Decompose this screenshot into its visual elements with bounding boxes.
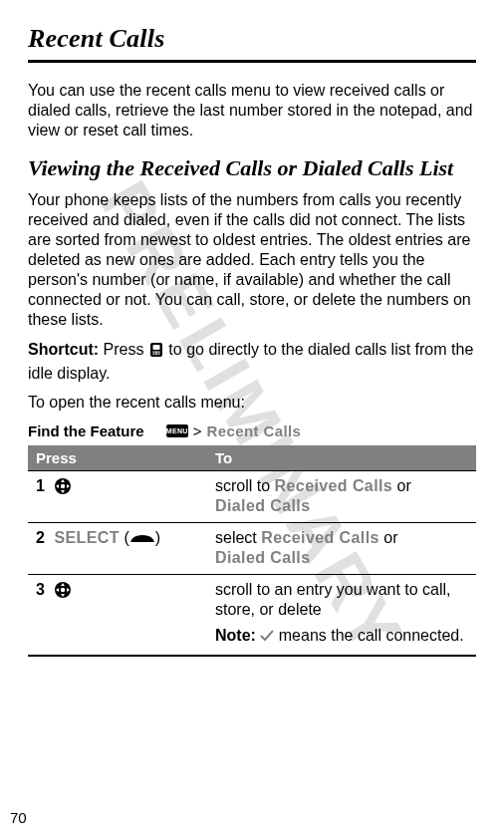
paren-close: ) bbox=[155, 529, 160, 546]
table-bottom-rule bbox=[28, 655, 476, 657]
note-after: means the call connected. bbox=[274, 627, 463, 644]
svg-rect-6 bbox=[155, 354, 157, 355]
softkey-icon bbox=[129, 529, 155, 549]
title-divider bbox=[28, 60, 476, 63]
to-join: or bbox=[392, 477, 411, 494]
step-number: 1 bbox=[36, 476, 50, 496]
svg-point-9 bbox=[61, 484, 65, 488]
step-number: 2 bbox=[36, 528, 50, 548]
find-feature-row: Find the Feature MENU > Recent Calls bbox=[28, 422, 476, 439]
press-cell: 3 bbox=[28, 574, 207, 626]
select-label: SELECT bbox=[54, 529, 120, 546]
menu-key-icon: MENU bbox=[166, 424, 188, 437]
find-feature-label: Find the Feature bbox=[28, 422, 144, 439]
svg-rect-4 bbox=[157, 352, 159, 353]
note-label: Note: bbox=[215, 627, 256, 644]
to-option-1: Received Calls bbox=[275, 477, 393, 494]
section-heading: Viewing the Received Calls or Dialed Cal… bbox=[28, 156, 476, 180]
shortcut-before: Press bbox=[99, 341, 148, 358]
four-way-nav-icon bbox=[54, 581, 72, 604]
to-join: or bbox=[379, 529, 398, 546]
to-option-2: Dialed Calls bbox=[215, 497, 311, 514]
intro-paragraph: You can use the recent calls menu to vie… bbox=[28, 81, 476, 140]
empty-cell bbox=[28, 626, 207, 653]
table-row: 2 SELECT () select Received Calls or Dia… bbox=[28, 522, 476, 574]
to-cell: scroll to an entry you want to call, sto… bbox=[207, 574, 476, 626]
to-prefix: scroll to bbox=[215, 477, 275, 494]
table-header-to: To bbox=[207, 445, 476, 471]
to-cell: scroll to Received Calls or Dialed Calls bbox=[207, 470, 476, 522]
svg-point-15 bbox=[61, 588, 65, 592]
press-cell: 2 SELECT () bbox=[28, 522, 207, 574]
svg-rect-2 bbox=[152, 352, 154, 353]
find-feature-path: MENU > Recent Calls bbox=[166, 422, 302, 439]
table-header-press: Press bbox=[28, 445, 207, 471]
to-prefix: select bbox=[215, 529, 261, 546]
svg-rect-3 bbox=[155, 352, 157, 353]
table-row: 1 scroll to Received Calls or Dialed Cal… bbox=[28, 470, 476, 522]
paren-open: ( bbox=[120, 529, 129, 546]
check-icon bbox=[260, 627, 274, 647]
page-title: Recent Calls bbox=[28, 24, 476, 54]
svg-rect-7 bbox=[157, 354, 159, 355]
four-way-nav-icon bbox=[54, 477, 72, 500]
open-menu-line: To open the recent calls menu: bbox=[28, 393, 476, 413]
find-feature-sep: > bbox=[193, 422, 202, 439]
send-key-icon bbox=[148, 342, 164, 364]
find-feature-target: Recent Calls bbox=[206, 422, 301, 439]
to-cell: select Received Calls or Dialed Calls bbox=[207, 522, 476, 574]
instructions-table: Press To 1 scroll to Received Calls or D… bbox=[28, 445, 476, 653]
table-note-row: Note: means the call connected. bbox=[28, 626, 476, 653]
table-header-row: Press To bbox=[28, 445, 476, 471]
shortcut-paragraph: Shortcut: Press to go directly to the di… bbox=[28, 340, 476, 385]
table-row: 3 scroll to an entry you want to call, s… bbox=[28, 574, 476, 626]
step-number: 3 bbox=[36, 580, 50, 600]
svg-rect-5 bbox=[152, 354, 154, 355]
press-cell: 1 bbox=[28, 470, 207, 522]
shortcut-label: Shortcut: bbox=[28, 341, 99, 358]
to-option-1: Received Calls bbox=[261, 529, 379, 546]
to-option-2: Dialed Calls bbox=[215, 549, 311, 566]
section-body: Your phone keeps lists of the numbers fr… bbox=[28, 190, 476, 330]
svg-rect-1 bbox=[152, 345, 159, 350]
note-cell: Note: means the call connected. bbox=[207, 626, 476, 653]
page-number: 70 bbox=[10, 809, 27, 826]
